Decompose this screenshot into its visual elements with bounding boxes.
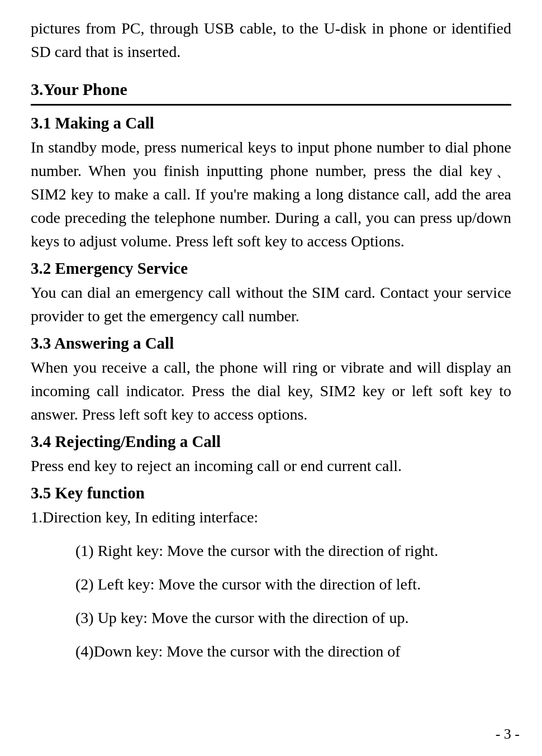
direction-item3: (3) Up key: Move the cursor with the dir… [75,606,511,630]
direction-item2: (2) Left key: Move the cursor with the d… [75,573,511,596]
section32-heading: 3.2 Emergency Service [31,256,511,280]
section34-body: Press end key to reject an incoming call… [31,454,511,478]
section31-heading: 3.1 Making a Call [31,111,511,135]
direction-item4: (4)Down key: Move the cursor with the di… [75,640,511,663]
section34-heading: 3.4 Rejecting/Ending a Call [31,430,511,453]
direction-item1: (1) Right key: Move the cursor with the … [75,539,511,563]
section33-body: When you receive a call, the phone will … [31,356,511,426]
section31-body: In standby mode, press numerical keys to… [31,136,511,253]
section35-heading: 3.5 Key function [31,481,511,505]
direction-intro: 1.Direction key, In editing interface: [31,506,511,529]
section32-body: You can dial an emergency call without t… [31,281,511,328]
section3-heading: 3.Your Phone [31,77,511,106]
intro-paragraph: pictures from PC, through USB cable, to … [31,17,511,64]
section33-heading: 3.3 Answering a Call [31,331,511,355]
page-number: - 3 - [496,724,520,745]
